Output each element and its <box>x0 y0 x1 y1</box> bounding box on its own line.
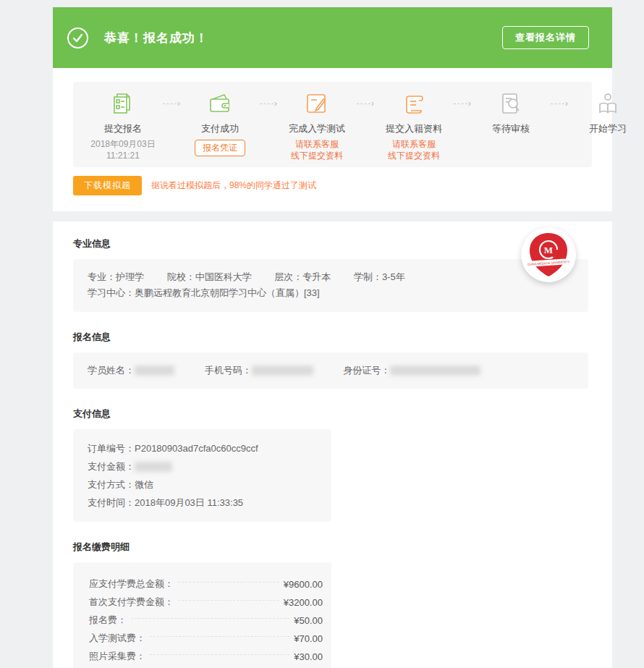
steps-bar: 提交报名 2018年09月03日 11:21:21 › 支付成功 <box>73 82 592 167</box>
fee-row-photo: 照片采集费：¥30.00 <box>89 648 323 666</box>
pay-time-row: 支付时间：2018年09月03日 11:33:35 <box>88 494 317 512</box>
success-banner: 恭喜！报名成功！ 查看报名详情 <box>53 7 612 68</box>
fee-row-total-tuition: 应支付学费总金额：¥9600.00 <box>89 575 323 593</box>
test-icon <box>304 90 330 117</box>
fee-row-registration: 报名费：¥50.00 <box>89 612 323 630</box>
steps-card: 提交报名 2018年09月03日 11:21:21 › 支付成功 <box>53 68 612 211</box>
step-materials: 提交入籍资料 请联系客服 线下提交资料 <box>374 90 454 161</box>
section-title-payment: 支付信息 <box>73 407 592 420</box>
duration-field: 学制：3-5年 <box>354 269 405 285</box>
study-icon <box>595 90 621 117</box>
step-date: 2018年09月03日 11:21:21 <box>90 138 155 161</box>
step-label: 提交入籍资料 <box>386 122 442 135</box>
student-name-field: 学员姓名： <box>88 363 174 379</box>
wallet-icon <box>207 90 233 117</box>
step-review: 等待审核 <box>471 90 551 135</box>
order-number-row: 订单编号：P20180903ad7cfa0c60cc9ccf <box>88 439 317 457</box>
redacted-amount <box>135 462 172 472</box>
section-title-major: 专业信息 <box>73 237 592 250</box>
enroll-info-box: 学员姓名： 手机号码： 身份证号： <box>73 352 588 389</box>
step-instruction: 请联系客服 线下提交资料 <box>291 138 343 161</box>
scroll-icon <box>401 90 427 117</box>
mock-exam-row: 下载模拟题 据说看过模拟题后，98%的同学通过了测试 <box>73 176 592 195</box>
step-test: 完成入学测试 请联系客服 线下提交资料 <box>277 90 357 161</box>
redacted-phone <box>252 365 313 376</box>
payment-info-section: 支付信息 订单编号：P20180903ad7cfa0c60cc9ccf 支付金额… <box>73 407 592 522</box>
voucher-button[interactable]: 报名凭证 <box>195 140 245 156</box>
step-instruction: 请联系客服 线下提交资料 <box>388 138 440 161</box>
banner-title: 恭喜！报名成功！ <box>104 30 208 46</box>
view-detail-button[interactable]: 查看报名详情 <box>502 26 589 49</box>
pay-method-row: 支付方式：微信 <box>88 475 317 494</box>
step-paid: 支付成功 报名凭证 <box>180 90 260 156</box>
phone-field: 手机号码： <box>205 363 313 379</box>
university-logo: M CHINA MEDICAL UNIVERSITY <box>521 227 576 282</box>
step-study: 开始学习 <box>568 90 644 135</box>
fee-row-first-tuition: 首次支付学费金额：¥3200.00 <box>89 593 323 612</box>
review-icon <box>498 90 524 117</box>
step-connector: › <box>357 90 374 117</box>
payment-info-box: 订单编号：P20180903ad7cfa0c60cc9ccf 支付金额： 支付方… <box>73 429 331 522</box>
major-info-box: 专业：护理学 院校：中国医科大学 层次：专升本 学制：3-5年 学习中心：奥鹏远… <box>73 259 588 311</box>
major-field: 专业：护理学 <box>88 269 144 285</box>
page: 恭喜！报名成功！ 查看报名详情 提交报名 2018年09月03日 11:21:2… <box>0 0 644 668</box>
step-connector: › <box>260 90 277 117</box>
section-title-fee: 报名缴费明细 <box>73 541 592 554</box>
step-label: 开始学习 <box>589 122 627 135</box>
step-submit: 提交报名 2018年09月03日 11:21:21 <box>83 90 163 161</box>
learning-center-field: 学习中心：奥鹏远程教育北京朝阳学习中心（直属）[33] <box>88 285 574 301</box>
step-connector: › <box>551 90 568 117</box>
step-connector: › <box>163 90 180 117</box>
detail-card: M CHINA MEDICAL UNIVERSITY 专业信息 专业：护理学 院… <box>53 221 612 668</box>
fee-detail-section: 报名缴费明细 应支付学费总金额：¥9600.00 首次支付学费金额：¥3200.… <box>73 541 592 668</box>
redacted-name <box>135 365 174 376</box>
step-label: 完成入学测试 <box>289 122 345 135</box>
download-mock-button[interactable]: 下载模拟题 <box>73 176 142 195</box>
school-field: 院校：中国医科大学 <box>167 269 252 285</box>
id-number-field: 身份证号： <box>343 363 480 379</box>
mock-exam-tip: 据说看过模拟题后，98%的同学通过了测试 <box>151 179 316 192</box>
fee-detail-box: 应支付学费总金额：¥9600.00 首次支付学费金额：¥3200.00 报名费：… <box>73 562 331 668</box>
step-connector: › <box>454 90 471 117</box>
fee-row-entrance-test: 入学测试费：¥70.00 <box>89 630 323 648</box>
form-icon <box>110 90 136 117</box>
section-title-enroll: 报名信息 <box>73 331 592 344</box>
fee-row-first-pay-total: 首次支付合计：¥0.01 <box>89 666 323 668</box>
level-field: 层次：专升本 <box>274 269 331 285</box>
enroll-info-section: 报名信息 学员姓名： 手机号码： 身份证号： <box>73 331 592 389</box>
pay-amount-row: 支付金额： <box>88 457 317 475</box>
step-label: 支付成功 <box>201 122 239 135</box>
redacted-id <box>390 365 480 376</box>
major-info-section: 专业信息 专业：护理学 院校：中国医科大学 层次：专升本 学制：3-5年 学习中… <box>73 237 592 311</box>
success-check-icon <box>67 28 88 48</box>
step-label: 等待审核 <box>492 122 530 135</box>
step-label: 提交报名 <box>104 122 142 135</box>
logo-monogram: M <box>544 245 553 255</box>
